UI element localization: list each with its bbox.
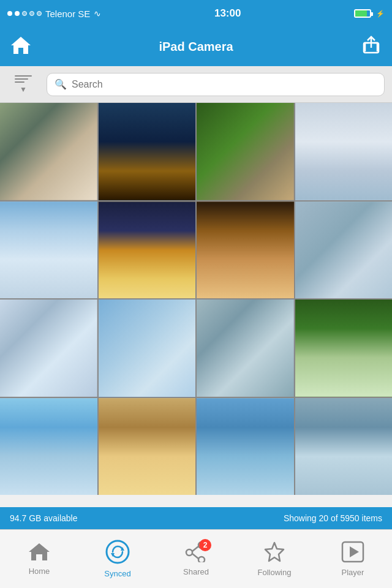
svg-point-9 <box>198 557 205 562</box>
carrier-label: Telenor SE <box>45 9 90 19</box>
photo-cell-12[interactable] <box>295 300 393 397</box>
photo-cell-1[interactable] <box>0 103 97 200</box>
dot-2 <box>15 11 20 16</box>
battery-bolt-icon: ⚡ <box>376 10 385 18</box>
photo-grid-area <box>0 103 392 507</box>
time-display: 13:00 <box>214 7 241 20</box>
dot-4 <box>29 11 34 16</box>
nav-label-following: Following <box>258 568 292 577</box>
nav-label-synced: Synced <box>104 569 130 578</box>
shared-badge: 2 <box>199 539 211 551</box>
status-bar: Telenor SE ∿ 13:00 ⚡ <box>0 0 392 27</box>
dot-5 <box>37 11 42 16</box>
photo-image-6 <box>99 202 196 299</box>
photo-cell-6[interactable] <box>99 202 196 299</box>
photo-image-11 <box>197 300 294 397</box>
nav-item-following[interactable]: Following <box>235 530 314 588</box>
photo-image-10 <box>99 300 196 397</box>
photo-cell-16[interactable] <box>295 398 393 496</box>
nav-item-shared[interactable]: 2 Shared <box>157 530 235 588</box>
following-nav-icon-wrap <box>263 541 286 565</box>
sort-line-1 <box>15 75 32 77</box>
page-title: iPad Camera <box>159 40 233 54</box>
svg-marker-0 <box>11 37 31 54</box>
status-left: Telenor SE ∿ <box>7 9 101 19</box>
photo-cell-11[interactable] <box>197 300 294 397</box>
svg-marker-3 <box>29 543 50 560</box>
wifi-icon: ∿ <box>94 9 101 18</box>
photo-cell-14[interactable] <box>99 398 196 496</box>
photo-cell-2[interactable] <box>99 103 196 200</box>
home-nav-icon <box>28 542 50 562</box>
photo-cell-10[interactable] <box>99 300 196 397</box>
synced-nav-icon-wrap <box>104 540 131 567</box>
share-icon <box>360 34 382 56</box>
svg-marker-14 <box>350 546 359 557</box>
photo-cell-9[interactable] <box>0 300 97 397</box>
share-button[interactable] <box>360 34 382 59</box>
player-nav-icon <box>341 541 364 563</box>
photo-image-15 <box>197 398 294 496</box>
home-nav-icon-wrap <box>28 542 50 564</box>
photo-image-2 <box>99 103 196 200</box>
following-nav-icon <box>263 541 286 563</box>
photo-cell-7[interactable] <box>197 202 294 299</box>
signal-dots <box>7 11 42 16</box>
photo-image-1 <box>0 103 97 200</box>
battery-fill <box>355 10 367 17</box>
photo-cell-3[interactable] <box>197 103 294 200</box>
photo-cell-4[interactable] <box>295 103 393 200</box>
header: iPad Camera <box>0 27 392 66</box>
photo-cell-8[interactable] <box>295 202 393 299</box>
svg-line-10 <box>192 546 198 551</box>
photo-image-5 <box>0 202 97 299</box>
photo-image-3 <box>197 103 294 200</box>
photo-image-12 <box>295 300 393 397</box>
nav-label-player: Player <box>342 568 364 577</box>
photo-image-14 <box>99 398 196 496</box>
photo-grid <box>0 103 392 495</box>
sort-button[interactable]: ▼ <box>7 72 39 97</box>
search-icon: 🔍 <box>55 78 67 90</box>
photo-image-7 <box>197 202 294 299</box>
dot-1 <box>7 11 12 16</box>
nav-item-synced[interactable]: Synced <box>78 530 157 588</box>
photo-image-16 <box>295 398 393 496</box>
item-count-label: Showing 20 of 5950 items <box>284 513 382 523</box>
nav-label-shared: Shared <box>183 567 209 576</box>
toolbar: ▼ 🔍 <box>0 66 392 103</box>
status-bottom-bar: 94.7 GB available Showing 20 of 5950 ite… <box>0 507 392 529</box>
photo-image-13 <box>0 398 97 496</box>
nav-label-home: Home <box>29 567 50 576</box>
player-nav-icon-wrap <box>341 541 364 565</box>
svg-point-4 <box>107 541 129 563</box>
battery-body <box>354 9 371 18</box>
photo-cell-15[interactable] <box>197 398 294 496</box>
photo-image-4 <box>295 103 393 200</box>
sort-arrow-icon: ▼ <box>15 85 32 94</box>
synced-nav-icon <box>104 540 131 564</box>
dot-3 <box>22 11 27 16</box>
photo-cell-13[interactable] <box>0 398 97 496</box>
sort-line-3 <box>15 81 24 83</box>
home-button[interactable] <box>10 34 32 59</box>
svg-point-8 <box>186 549 192 556</box>
nav-item-player[interactable]: Player <box>314 530 392 588</box>
nav-item-home[interactable]: Home <box>0 530 78 588</box>
sort-line-2 <box>15 78 28 80</box>
svg-marker-12 <box>265 543 284 561</box>
svg-line-11 <box>192 554 198 559</box>
search-input[interactable] <box>72 79 377 90</box>
storage-label: 94.7 GB available <box>10 513 78 523</box>
battery-indicator <box>354 9 372 18</box>
bottom-nav: Home Synced 2 Shared <box>0 529 392 588</box>
photo-cell-5[interactable] <box>0 202 97 299</box>
photo-image-8 <box>295 202 393 299</box>
photo-image-9 <box>0 300 97 397</box>
status-right: ⚡ <box>354 9 385 18</box>
home-icon <box>10 34 32 56</box>
shared-nav-icon-wrap: 2 <box>184 541 208 565</box>
search-bar[interactable]: 🔍 <box>47 73 385 96</box>
